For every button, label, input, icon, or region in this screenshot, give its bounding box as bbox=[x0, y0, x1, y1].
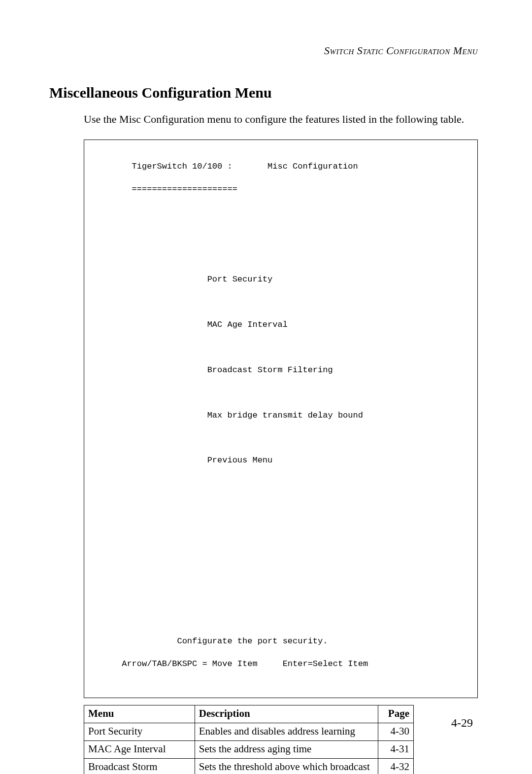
table-cell-menu: Port Security bbox=[84, 723, 195, 741]
intro-paragraph: Use the Misc Configuration menu to confi… bbox=[84, 111, 478, 127]
table-cell-menu: Broadcast Storm Filtering bbox=[84, 759, 195, 774]
page-number: 4-29 bbox=[451, 716, 473, 730]
terminal-hint: Configurate the port security. bbox=[92, 636, 470, 647]
table-cell-page: 4-31 bbox=[378, 741, 414, 759]
table-cell-description: Enables and disables address learning bbox=[195, 723, 378, 741]
table-cell-page: 4-32 bbox=[378, 759, 414, 774]
table-header-page: Page bbox=[378, 705, 414, 723]
terminal-menu-item: Max bridge transmit delay bound bbox=[92, 410, 470, 422]
table-row: Broadcast Storm Filtering Sets the thres… bbox=[84, 759, 414, 774]
terminal-menu-item: Port Security bbox=[92, 274, 470, 285]
table-row: Port Security Enables and disables addre… bbox=[84, 723, 414, 741]
feature-table: Menu Description Page Port Security Enab… bbox=[84, 705, 414, 774]
table-cell-menu: MAC Age Interval bbox=[84, 741, 195, 759]
table-cell-description: Sets the address aging time bbox=[195, 741, 378, 759]
table-header-description: Description bbox=[195, 705, 378, 723]
terminal-menu-item: Previous Menu bbox=[92, 455, 470, 466]
terminal-menu-item: Broadcast Storm Filtering bbox=[92, 365, 470, 376]
terminal-menu-item: MAC Age Interval bbox=[92, 319, 470, 331]
table-row: MAC Age Interval Sets the address aging … bbox=[84, 741, 414, 759]
section-heading: Miscellaneous Configuration Menu bbox=[49, 84, 478, 101]
table-header-menu: Menu bbox=[84, 705, 195, 723]
table-cell-page: 4-30 bbox=[378, 723, 414, 741]
table-header-row: Menu Description Page bbox=[84, 705, 414, 723]
terminal-title: TigerSwitch 10/100 : Misc Configuration bbox=[92, 161, 470, 173]
running-header: Switch Static Configuration Menu bbox=[49, 44, 478, 57]
terminal-screenshot: TigerSwitch 10/100 : Misc Configuration … bbox=[84, 140, 478, 698]
terminal-underline: ===================== bbox=[92, 184, 470, 195]
terminal-nav: Arrow/TAB/BKSPC = Move Item Enter=Select… bbox=[92, 659, 470, 670]
table-cell-description: Sets the threshold above which broadcast… bbox=[195, 759, 378, 774]
